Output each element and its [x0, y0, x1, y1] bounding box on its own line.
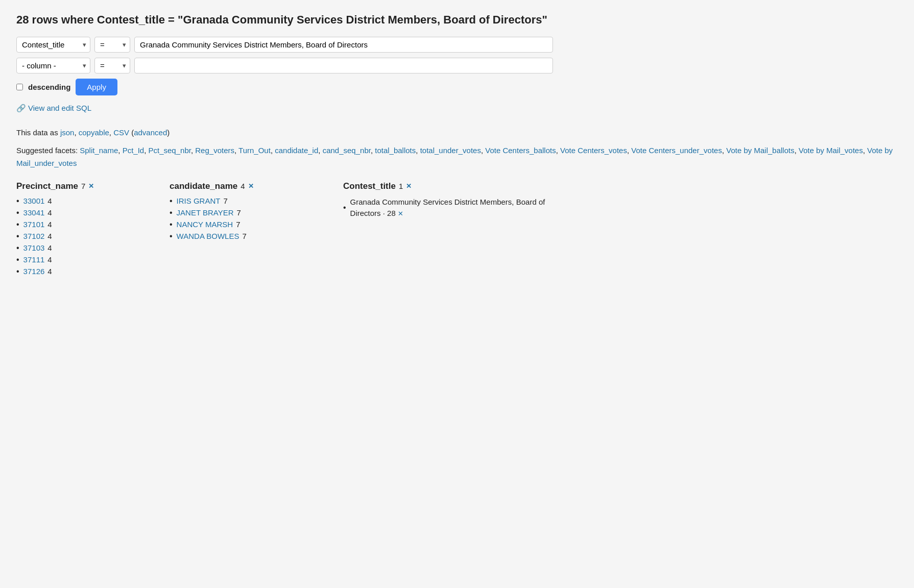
facet-candidate-name-header: candidate_name 4 ✕	[170, 181, 333, 191]
filter-value-input-2[interactable]	[134, 58, 553, 74]
facet-link-split-name[interactable]: Split_name	[80, 146, 118, 155]
operator-select-2[interactable]: =	[94, 58, 130, 74]
facet-precinct-name-close[interactable]: ✕	[88, 182, 94, 190]
list-item: 37111 4	[16, 255, 159, 264]
descending-checkbox[interactable]	[16, 84, 23, 90]
facet-precinct-name-count: 7	[81, 182, 85, 190]
export-advanced-link[interactable]: advanced	[134, 128, 167, 137]
facet-link-candidate-id[interactable]: candidate_id	[275, 146, 318, 155]
page-title: 28 rows where Contest_title = "Granada C…	[16, 12, 898, 28]
facet-link-total-under-votes[interactable]: total_under_votes	[420, 146, 481, 155]
operator-select-wrapper-1: =	[94, 37, 130, 53]
filter-row-2: - column - =	[16, 58, 898, 74]
list-item: IRIS GRANT 7	[170, 197, 333, 206]
list-item: 37103 4	[16, 243, 159, 253]
view-sql-container: 🔗 View and edit SQL	[16, 104, 898, 120]
facet-contest-title-value: Granada Community Services District Memb…	[350, 197, 558, 219]
facet-candidate-name-title: candidate_name	[170, 181, 237, 191]
facet-candidate-name-list: IRIS GRANT 7 JANET BRAYER 7 NANCY MARSH …	[170, 197, 333, 241]
column-select-2[interactable]: - column -	[16, 58, 90, 74]
facet-link-vc-ballots[interactable]: Vote Centers_ballots	[485, 146, 556, 155]
facet-candidate-janet-brayer[interactable]: JANET BRAYER	[177, 208, 234, 217]
facet-link-pct-id[interactable]: Pct_Id	[123, 146, 145, 155]
facet-link-vc-votes[interactable]: Vote Centers_votes	[560, 146, 627, 155]
column-select-wrapper-2: - column -	[16, 58, 90, 74]
list-item: 37102 4	[16, 232, 159, 241]
export-json-link[interactable]: json	[60, 128, 75, 137]
facet-contest-title-remove[interactable]: ✕	[398, 210, 403, 217]
data-exports: This data as json, copyable, CSV (advanc…	[16, 128, 898, 137]
facet-precinct-37103[interactable]: 37103	[23, 243, 45, 252]
facet-candidate-wanda-bowles[interactable]: WANDA BOWLES	[177, 232, 239, 240]
facet-contest-title: Contest_title 1 ✕ Granada Community Serv…	[343, 181, 558, 279]
link-icon: 🔗	[16, 104, 26, 113]
facet-contest-title-header: Contest_title 1 ✕	[343, 181, 558, 191]
facet-candidate-nancy-marsh[interactable]: NANCY MARSH	[177, 220, 233, 229]
facet-precinct-name-header: Precinct_name 7 ✕	[16, 181, 159, 191]
list-item: 37101 4	[16, 220, 159, 229]
facet-contest-title-title: Contest_title	[343, 181, 396, 191]
facet-candidate-iris-grant[interactable]: IRIS GRANT	[177, 197, 221, 205]
facet-link-reg-voters[interactable]: Reg_voters	[195, 146, 234, 155]
facet-precinct-33041[interactable]: 33041	[23, 208, 45, 217]
facet-link-turn-out[interactable]: Turn_Out	[238, 146, 271, 155]
filter-value-input-1[interactable]	[134, 37, 553, 53]
facet-link-vbm-ballots[interactable]: Vote by Mail_ballots	[726, 146, 794, 155]
list-item: NANCY MARSH 7	[170, 220, 333, 229]
facet-precinct-33001[interactable]: 33001	[23, 197, 45, 205]
list-item: JANET BRAYER 7	[170, 208, 333, 217]
list-item: Granada Community Services District Memb…	[343, 197, 558, 219]
facet-link-pct-seq-nbr[interactable]: Pct_seq_nbr	[149, 146, 191, 155]
view-sql-label: View and edit SQL	[28, 104, 91, 112]
facets-grid: Precinct_name 7 ✕ 33001 4 33041 4 37101 …	[16, 181, 898, 279]
facet-contest-title-count: 1	[399, 182, 403, 190]
list-item: 37126 4	[16, 267, 159, 276]
suggested-facets-prefix: Suggested facets:	[16, 146, 80, 155]
facet-link-vc-under-votes[interactable]: Vote Centers_under_votes	[631, 146, 722, 155]
operator-select-wrapper-2: =	[94, 58, 130, 74]
facet-contest-title-close[interactable]: ✕	[406, 182, 412, 190]
facet-contest-title-list: Granada Community Services District Memb…	[343, 197, 558, 219]
list-item: 33041 4	[16, 208, 159, 217]
facet-link-vbm-votes[interactable]: Vote by Mail_votes	[799, 146, 863, 155]
export-copyable-link[interactable]: copyable	[79, 128, 109, 137]
facet-link-cand-seq-nbr[interactable]: cand_seq_nbr	[323, 146, 371, 155]
suggested-facets: Suggested facets: Split_name, Pct_Id, Pc…	[16, 144, 898, 170]
list-item: WANDA BOWLES 7	[170, 232, 333, 241]
column-select-wrapper-1: Contest_title	[16, 37, 90, 53]
operator-select-1[interactable]: =	[94, 37, 130, 53]
facet-candidate-name-count: 4	[240, 182, 245, 190]
descending-label[interactable]: descending	[28, 83, 70, 91]
facet-link-total-ballots[interactable]: total_ballots	[375, 146, 416, 155]
facet-precinct-37102[interactable]: 37102	[23, 232, 45, 240]
facet-precinct-37111[interactable]: 37111	[23, 255, 45, 264]
facet-candidate-name: candidate_name 4 ✕ IRIS GRANT 7 JANET BR…	[170, 181, 333, 279]
view-sql-link[interactable]: 🔗 View and edit SQL	[16, 104, 91, 113]
list-item: 33001 4	[16, 197, 159, 206]
column-select-1[interactable]: Contest_title	[16, 37, 90, 53]
filter-row-1: Contest_title =	[16, 37, 898, 53]
facet-precinct-37101[interactable]: 37101	[23, 220, 45, 229]
descending-apply-row: descending Apply	[16, 79, 898, 95]
facet-precinct-name-title: Precinct_name	[16, 181, 78, 191]
facet-candidate-name-close[interactable]: ✕	[248, 182, 254, 190]
export-csv-link[interactable]: CSV	[113, 128, 129, 137]
facet-precinct-name-list: 33001 4 33041 4 37101 4 37102 4 37103 4 …	[16, 197, 159, 276]
facet-precinct-37126[interactable]: 37126	[23, 267, 45, 276]
data-exports-prefix: This data as	[16, 128, 60, 137]
facet-precinct-name: Precinct_name 7 ✕ 33001 4 33041 4 37101 …	[16, 181, 159, 279]
apply-button[interactable]: Apply	[76, 79, 117, 95]
